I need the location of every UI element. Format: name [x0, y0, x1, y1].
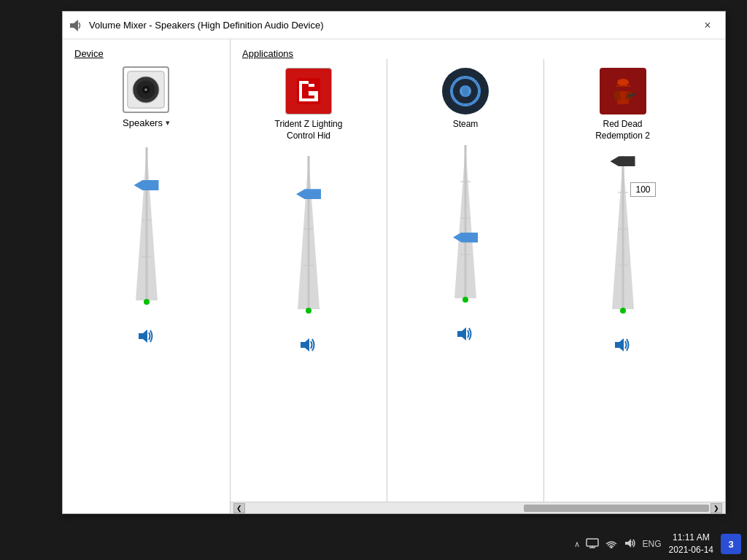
app-column-rdr2: Red DeadRedemption 2 100 — [544, 59, 701, 502]
rdr2-volume-tooltip: 100 — [630, 182, 655, 197]
speaker-icon — [69, 18, 83, 33]
svg-marker-31 — [454, 145, 476, 298]
apps-scroll-area: Trident Z LightingControl Hid — [231, 59, 725, 502]
svg-marker-1 — [74, 20, 78, 31]
title-bar: Volume Mixer - Speakers (High Definition… — [63, 12, 725, 39]
scroll-track — [247, 505, 709, 512]
tray-volume-icon — [624, 538, 637, 551]
volume-mixer-window: Volume Mixer - Speakers (High Definition… — [62, 11, 726, 514]
device-dropdown-arrow[interactable]: ▾ — [166, 118, 170, 128]
svg-marker-46 — [612, 156, 634, 309]
window-title: Volume Mixer - Speakers (High Definition… — [89, 20, 696, 31]
rdr2-app-name: Red DeadRedemption 2 — [595, 119, 650, 141]
svg-point-47 — [620, 308, 626, 314]
taskbar: ∧ ENG 11:11 AM 2021- — [0, 528, 747, 560]
scroll-left-button[interactable]: ❮ — [233, 503, 245, 513]
svg-point-32 — [462, 297, 468, 303]
svg-marker-48 — [615, 338, 624, 351]
trident-slider-handle[interactable] — [296, 189, 321, 199]
scroll-right-button[interactable]: ❯ — [711, 503, 722, 513]
svg-marker-11 — [136, 147, 158, 300]
clock-area[interactable]: 11:11 AM 2021-06-14 — [669, 532, 713, 556]
app-column-trident: Trident Z LightingControl Hid — [231, 59, 387, 502]
device-panel: Device Speakers ▾ — [63, 39, 231, 513]
tray-wifi-icon — [605, 538, 618, 551]
device-speaker-icon — [123, 66, 169, 113]
svg-rect-49 — [587, 539, 598, 546]
steam-slider-handle[interactable] — [453, 233, 478, 243]
svg-point-35 — [617, 79, 629, 86]
close-button[interactable]: × — [696, 14, 719, 37]
device-volume-slider[interactable] — [121, 140, 172, 315]
device-name-row: Speakers ▾ — [123, 117, 170, 128]
svg-marker-53 — [625, 539, 631, 548]
rdr2-slider-handle[interactable] — [611, 156, 635, 166]
trident-volume-svg — [283, 149, 334, 324]
rdr2-volume-svg — [597, 149, 649, 324]
svg-marker-33 — [457, 327, 466, 341]
trident-icon — [285, 68, 332, 114]
svg-marker-20 — [298, 156, 320, 309]
device-slider-handle[interactable] — [134, 180, 159, 190]
steam-app-name: Steam — [453, 119, 479, 131]
apps-scrollbar: ❮ ❯ — [231, 502, 725, 513]
svg-point-6 — [145, 88, 148, 91]
scroll-thumb[interactable] — [524, 505, 709, 512]
device-section-label: Device — [63, 48, 230, 66]
apps-section-label: Applications — [231, 39, 725, 59]
trident-app-name: Trident Z LightingControl Hid — [275, 119, 343, 141]
svg-point-52 — [610, 546, 612, 548]
svg-point-21 — [306, 308, 311, 314]
tray-screen-icon — [586, 538, 599, 551]
device-volume-svg — [121, 140, 172, 315]
device-name: Speakers — [123, 117, 163, 128]
steam-volume-svg — [440, 138, 491, 313]
svg-point-12 — [144, 299, 150, 305]
clock-time: 11:11 AM — [673, 532, 710, 544]
svg-marker-22 — [301, 338, 309, 351]
tray-icons: ∧ ENG — [574, 538, 662, 551]
trident-mute-button[interactable] — [299, 337, 318, 357]
device-icon-wrapper: Speakers ▾ — [123, 66, 170, 137]
notification-badge[interactable]: 3 — [721, 534, 741, 554]
svg-marker-13 — [139, 330, 147, 343]
apps-panel: Applications Trident Z L — [231, 39, 725, 513]
trident-volume-slider[interactable] — [283, 149, 334, 324]
clock-date: 2021-06-14 — [669, 544, 713, 556]
app-column-steam: Steam — [387, 59, 544, 502]
content-area: Device Speakers ▾ — [63, 39, 725, 513]
device-mute-button[interactable] — [137, 328, 156, 348]
steam-icon — [442, 68, 489, 114]
steam-volume-slider[interactable] — [440, 138, 491, 313]
apps-inner: Trident Z LightingControl Hid — [231, 59, 725, 502]
tray-overflow-button[interactable]: ∧ — [574, 540, 580, 549]
rdr2-icon — [600, 68, 646, 114]
rdr2-mute-button[interactable] — [614, 337, 632, 357]
svg-rect-36 — [616, 85, 630, 87]
steam-mute-button[interactable] — [456, 326, 475, 346]
tray-lang-label: ENG — [643, 539, 662, 549]
rdr2-volume-slider[interactable]: 100 — [597, 149, 649, 324]
svg-rect-0 — [70, 23, 74, 28]
